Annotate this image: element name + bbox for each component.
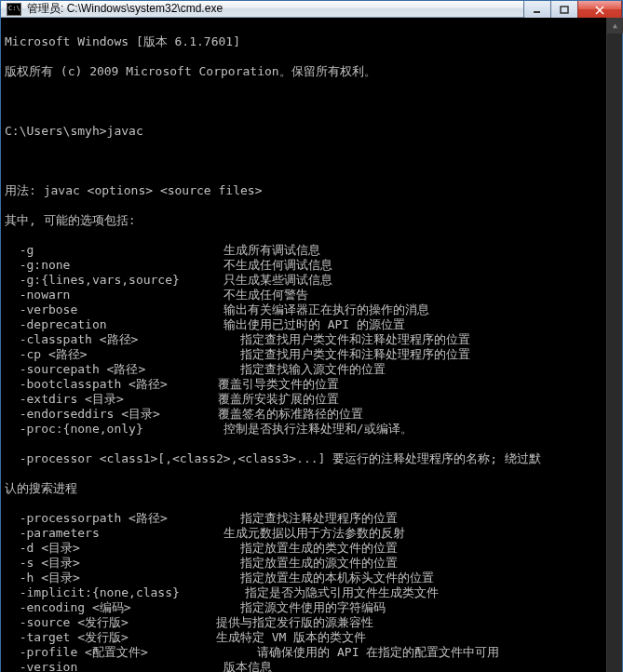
scroll-up-button[interactable]: ▲	[607, 18, 623, 34]
option-row: -deprecation 输出使用已过时的 API 的源位置	[5, 317, 618, 332]
option-row: -implicit:{none,class} 指定是否为隐式引用文件生成类文件	[5, 585, 618, 600]
option-row: -g 生成所有调试信息	[5, 243, 618, 258]
titlebar[interactable]: 管理员: C:\Windows\system32\cmd.exe	[1, 1, 622, 18]
option-row: -g:{lines,vars,source} 只生成某些调试信息	[5, 273, 618, 288]
option-row: -version 版本信息	[5, 660, 618, 672]
option-row: -g:none 不生成任何调试信息	[5, 258, 618, 273]
option-row: -extdirs <目录> 覆盖所安装扩展的位置	[5, 392, 618, 407]
minimize-icon	[533, 6, 542, 15]
prompt-line: C:\Users\smyh>javac	[5, 124, 618, 139]
option-row: -verbose 输出有关编译器正在执行的操作的消息	[5, 302, 618, 317]
options-header: 其中, 可能的选项包括:	[5, 213, 618, 228]
option-row: -nowarn 不生成任何警告	[5, 288, 618, 302]
option-row: -d <目录> 指定放置生成的类文件的位置	[5, 541, 618, 556]
prompt-cmd: javac	[107, 124, 143, 138]
option-row: -h <目录> 指定放置生成的本机标头文件的位置	[5, 571, 618, 585]
option-row: -parameters 生成元数据以用于方法参数的反射	[5, 526, 618, 541]
cmd-icon	[7, 3, 21, 16]
banner-line: Microsoft Windows [版本 6.1.7601]	[5, 34, 618, 49]
banner-line: 版权所有 (c) 2009 Microsoft Corporation。保留所有…	[5, 64, 618, 79]
window-controls	[524, 1, 622, 20]
option-row: -bootclasspath <路径> 覆盖引导类文件的位置	[5, 377, 618, 392]
cmd-window: 管理员: C:\Windows\system32\cmd.exe Microso…	[0, 0, 623, 672]
minimize-button[interactable]	[523, 1, 551, 20]
processor-line: -processor <class1>[,<class2>,<class3>..…	[5, 451, 618, 466]
terminal[interactable]: Microsoft Windows [版本 6.1.7601] 版权所有 (c)…	[1, 18, 622, 672]
option-row: -source <发行版> 提供与指定发行版的源兼容性	[5, 615, 618, 630]
option-row: -endorseddirs <目录> 覆盖签名的标准路径的位置	[5, 407, 618, 422]
option-row: -processorpath <路径> 指定查找注释处理程序的位置	[5, 511, 618, 526]
option-row: -target <发行版> 生成特定 VM 版本的类文件	[5, 630, 618, 645]
maximize-button[interactable]	[550, 1, 578, 20]
option-row: -profile <配置文件> 请确保使用的 API 在指定的配置文件中可用	[5, 645, 618, 660]
option-row: -encoding <编码> 指定源文件使用的字符编码	[5, 600, 618, 615]
option-row: -s <目录> 指定放置生成的源文件的位置	[5, 556, 618, 571]
maximize-icon	[560, 6, 569, 15]
blank-line	[5, 154, 618, 168]
option-row: -cp <路径> 指定查找用户类文件和注释处理程序的位置	[5, 347, 618, 362]
usage-line: 用法: javac <options> <source files>	[5, 183, 618, 198]
option-row: -classpath <路径> 指定查找用户类文件和注释处理程序的位置	[5, 332, 618, 347]
processor-cont: 认的搜索进程	[5, 481, 618, 496]
blank-line	[5, 94, 618, 109]
option-row: -sourcepath <路径> 指定查找输入源文件的位置	[5, 362, 618, 377]
svg-rect-1	[561, 7, 568, 13]
close-button[interactable]	[577, 1, 622, 20]
prompt-path: C:\Users\smyh>	[5, 124, 107, 138]
scrollbar[interactable]: ▲ ▼	[606, 18, 622, 672]
terminal-body: Microsoft Windows [版本 6.1.7601] 版权所有 (c)…	[1, 18, 622, 672]
titlebar-text: 管理员: C:\Windows\system32\cmd.exe	[27, 1, 223, 17]
close-icon	[594, 6, 605, 15]
option-row: -proc:{none,only} 控制是否执行注释处理和/或编译。	[5, 422, 618, 437]
